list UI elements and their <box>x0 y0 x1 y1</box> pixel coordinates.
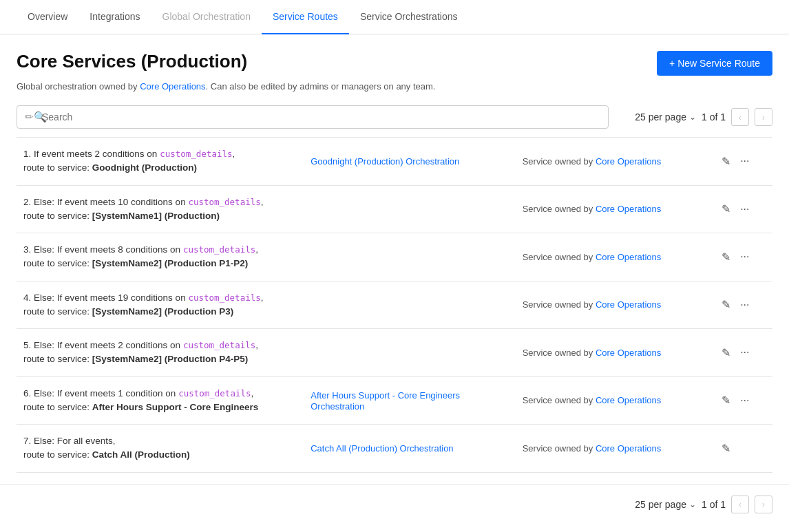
prev-page-button-top[interactable]: ‹ <box>731 108 749 126</box>
owner-link[interactable]: Core Operations <box>596 299 661 310</box>
page-header: Core Services (Production) + New Service… <box>17 51 772 76</box>
owner-cell: Service owned by Core Operations <box>516 138 712 186</box>
actions-cell: ✎··· <box>712 233 772 281</box>
owner-cell: Service owned by Core Operations <box>516 329 712 377</box>
owner-cell: Service owned by Core Operations <box>516 281 712 329</box>
route-rule-cell: 6. Else: If event meets 1 condition on c… <box>17 376 304 425</box>
nav-item-service-orchestrations[interactable]: Service Orchestrations <box>349 0 469 34</box>
page-title: Core Services (Production) <box>17 51 247 72</box>
toolbar: ✏🔍 25 per page ⌄ 1 of 1 ‹ › <box>17 105 772 129</box>
per-page-label-bottom: 25 per page <box>635 499 686 510</box>
orchestration-cell <box>304 281 515 329</box>
more-button[interactable]: ··· <box>737 345 752 360</box>
nav-item-service-routes[interactable]: Service Routes <box>262 0 349 34</box>
edit-button[interactable]: ✎ <box>719 201 733 217</box>
table-row: 1. If event meets 2 conditions on custom… <box>17 138 772 186</box>
more-button[interactable]: ··· <box>737 249 752 264</box>
orchestration-link[interactable]: After Hours Support - Core Engineers Orc… <box>311 390 460 412</box>
orchestration-link[interactable]: Catch All (Production) Orchestration <box>311 443 453 454</box>
route-rule-cell: 7. Else: For all events,route to service… <box>17 425 304 473</box>
owner-cell: Service owned by Core Operations <box>516 185 712 233</box>
prev-page-button-bottom[interactable]: ‹ <box>731 496 749 513</box>
owner-link[interactable]: Core Operations <box>596 443 661 454</box>
actions-cell: ✎··· <box>712 329 772 377</box>
new-service-route-button[interactable]: + New Service Route <box>657 51 772 76</box>
search-input[interactable] <box>17 105 609 129</box>
search-wrap: ✏🔍 <box>17 105 609 129</box>
edit-button[interactable]: ✎ <box>719 345 733 361</box>
more-button[interactable]: ··· <box>737 297 752 312</box>
orchestration-cell <box>304 185 515 233</box>
actions-cell: ✎··· <box>712 185 772 233</box>
actions-cell: ✎··· <box>712 376 772 425</box>
owner-link[interactable]: Core Operations <box>596 204 661 214</box>
route-rule-cell: 5. Else: If event meets 2 conditions on … <box>17 329 304 377</box>
search-icon: ✏🔍 <box>25 111 47 123</box>
orchestration-cell: Goodnight (Production) Orchestration <box>304 138 515 186</box>
edit-button[interactable]: ✎ <box>719 249 733 265</box>
owner-link[interactable]: Core Operations <box>596 156 661 167</box>
per-page-select-bottom[interactable]: 25 per page ⌄ <box>635 499 696 510</box>
route-rule-cell: 4. Else: If event meets 19 conditions on… <box>17 281 304 329</box>
per-page-label: 25 per page <box>635 111 686 123</box>
owner-cell: Service owned by Core Operations <box>516 376 712 425</box>
owner-link[interactable]: Core Operations <box>596 395 661 405</box>
table-row: 3. Else: If event meets 8 conditions on … <box>17 233 772 281</box>
more-button[interactable]: ··· <box>737 202 752 217</box>
edit-button[interactable]: ✎ <box>719 153 733 169</box>
next-page-button-top[interactable]: › <box>755 108 772 126</box>
orchestration-link[interactable]: Goodnight (Production) Orchestration <box>311 156 459 167</box>
nav-item-overview[interactable]: Overview <box>17 0 78 34</box>
table-row: 2. Else: If event meets 10 conditions on… <box>17 185 772 233</box>
actions-cell: ✎··· <box>712 281 772 329</box>
actions-cell: ✎ <box>712 425 772 473</box>
orchestration-cell: After Hours Support - Core Engineers Orc… <box>304 376 515 425</box>
page-info-bottom: 1 of 1 <box>702 499 726 510</box>
owner-link[interactable]: Core Operations <box>140 81 205 92</box>
edit-button[interactable]: ✎ <box>719 297 733 312</box>
edit-button[interactable]: ✎ <box>719 440 733 456</box>
owner-cell: Service owned by Core Operations <box>516 425 712 473</box>
chevron-down-icon-bottom: ⌄ <box>689 500 696 509</box>
page-info-top: 1 of 1 <box>702 111 726 123</box>
bottom-pagination: 25 per page ⌄ 1 of 1 ‹ › <box>0 484 789 524</box>
next-page-button-bottom[interactable]: › <box>755 496 772 513</box>
orchestration-cell: Catch All (Production) Orchestration <box>304 425 515 473</box>
owner-cell: Service owned by Core Operations <box>516 233 712 281</box>
actions-cell: ✎··· <box>712 138 772 186</box>
route-rule-cell: 2. Else: If event meets 10 conditions on… <box>17 185 304 233</box>
routes-table: 1. If event meets 2 conditions on custom… <box>17 137 772 473</box>
route-rule-cell: 3. Else: If event meets 8 conditions on … <box>17 233 304 281</box>
orchestration-cell <box>304 329 515 377</box>
route-rule-cell: 1. If event meets 2 conditions on custom… <box>17 138 304 186</box>
table-row: 6. Else: If event meets 1 condition on c… <box>17 376 772 425</box>
orchestration-cell <box>304 233 515 281</box>
more-button[interactable]: ··· <box>737 393 752 408</box>
page-subtitle: Global orchestration owned by Core Opera… <box>17 81 772 92</box>
top-nav: OverviewIntegrationsGlobal Orchestration… <box>0 0 789 34</box>
table-row: 5. Else: If event meets 2 conditions on … <box>17 329 772 377</box>
pagination-controls-top: 25 per page ⌄ 1 of 1 ‹ › <box>635 108 772 126</box>
owner-link[interactable]: Core Operations <box>596 348 661 358</box>
nav-item-global-orchestration[interactable]: Global Orchestration <box>151 0 262 34</box>
chevron-down-icon: ⌄ <box>689 112 696 122</box>
owner-link[interactable]: Core Operations <box>596 252 661 262</box>
more-button[interactable]: ··· <box>737 153 752 169</box>
edit-button[interactable]: ✎ <box>719 392 733 408</box>
nav-item-integrations[interactable]: Integrations <box>78 0 151 34</box>
table-row: 7. Else: For all events,route to service… <box>17 425 772 473</box>
table-row: 4. Else: If event meets 19 conditions on… <box>17 281 772 329</box>
per-page-select-top[interactable]: 25 per page ⌄ <box>635 111 696 123</box>
